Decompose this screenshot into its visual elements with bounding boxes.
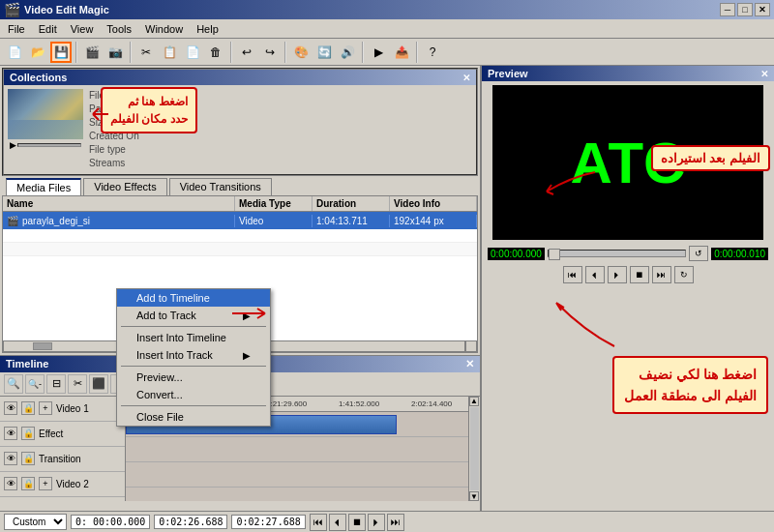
ctx-add-to-timeline[interactable]: Add to Timeline [117,289,270,307]
capture-button[interactable]: 📷 [104,42,126,63]
menu-window[interactable]: Window [139,21,189,37]
plus-icon-v2[interactable]: + [39,477,52,490]
ctx-close-file[interactable]: Close File [117,408,270,426]
stop-button[interactable]: ⏹ [348,514,366,531]
preview-stop[interactable]: ⏹ [630,266,649,283]
lock-icon-effect[interactable]: 🔒 [21,427,35,440]
menu-file[interactable]: File [2,21,31,37]
file-name-cell: 🎬 parayla_degi_si [3,215,235,227]
new-button[interactable]: 📄 [4,42,25,63]
trim-button[interactable]: ⬛ [89,374,108,394]
preview-time-start: 0:00:00.000 [488,248,545,260]
h-scrollbar-thumb[interactable] [33,342,52,350]
zoom-in-button[interactable]: 🔍 [4,374,23,394]
plus-icon-v1[interactable]: + [39,401,52,415]
tab-video-transitions[interactable]: Video Transitions [169,178,272,195]
eye-icon-effect[interactable]: 👁 [4,427,17,440]
table-row[interactable]: 🎬 parayla_degi_si Video 1:04:13.711 192x… [3,212,477,229]
tab-bar: Media Files Video Effects Video Transiti… [2,176,478,195]
track-name-transition: Transition [39,454,81,464]
time-position-3[interactable]: 0:02:27.688 [231,515,305,529]
toolbar-separator-5 [362,42,364,63]
menu-edit[interactable]: Edit [33,21,63,37]
empty-row-2 [3,243,477,256]
ctx-preview[interactable]: Preview... [117,369,270,386]
preview-close[interactable]: ✕ [760,69,768,79]
ctx-separator-2 [121,366,266,367]
eye-icon-v1[interactable]: 👁 [4,401,17,415]
ruler-mark-4: 1:41:52.000 [339,399,379,408]
delete-button[interactable]: 🗑 [205,42,226,63]
add-media-button[interactable]: 🎬 [81,42,103,63]
track-label-video2: 👁 🔒 + Video 2 [0,472,125,497]
preview-play[interactable]: ⏵ [608,266,627,283]
collections-close[interactable]: ✕ [462,73,470,83]
paste-button[interactable]: 📄 [182,42,203,63]
prev-button[interactable]: ⏴ [329,514,346,531]
cut-button[interactable]: ✂ [135,42,157,63]
time-position-2[interactable]: 0:02:26.688 [154,515,227,529]
filter-button[interactable]: ⊟ [46,374,66,394]
eye-icon-v2[interactable]: 👁 [4,477,17,490]
col-header-duration: Duration [313,196,390,211]
lock-icon-v2[interactable]: 🔒 [21,477,35,490]
track-labels: 👁 🔒 + Video 1 👁 🔒 Effect [0,397,126,502]
minimize-button[interactable]: ─ [720,3,735,16]
menu-tools[interactable]: Tools [101,21,137,37]
track-label-video1: 👁 🔒 + Video 1 [0,397,125,422]
timeline-close[interactable]: ✕ [465,358,474,370]
preview-prev-frame[interactable]: ⏴ [585,266,605,283]
time-position-1[interactable]: 0: 00:00.000 [71,515,150,529]
lock-icon-v1[interactable]: 🔒 [21,401,35,415]
lock-icon-trans[interactable]: 🔒 [21,452,35,465]
menu-view[interactable]: View [65,21,100,37]
file-list-header: Name Media Type Duration Video Info [3,196,477,212]
arrow-film [542,167,600,196]
toolbar-separator-6 [416,42,418,63]
eye-icon-trans[interactable]: 👁 [4,452,17,465]
transition-button[interactable]: 🔄 [313,42,335,63]
toolbar-separator-2 [130,42,132,63]
preview-refresh-button[interactable]: ↺ [689,246,708,261]
ctx-convert[interactable]: Convert... [117,386,270,403]
play-button[interactable]: ⏵ [368,514,385,531]
ctx-insert-into-track[interactable]: Insert Into Track ▶ [117,346,270,364]
tab-video-effects[interactable]: Video Effects [83,178,166,195]
go-start-button[interactable]: ⏮ [310,514,327,531]
audio-button[interactable]: 🔊 [337,42,358,63]
effect-button[interactable]: 🎨 [290,42,312,63]
scroll-down-button[interactable]: ▼ [469,491,479,501]
mode-selector[interactable]: Custom [4,514,67,530]
help-button[interactable]: ? [422,42,443,63]
go-end-button[interactable]: ⏭ [387,514,404,531]
export-button[interactable]: 📤 [391,42,412,63]
maximize-button[interactable]: □ [737,3,753,16]
preview-loop[interactable]: ↻ [674,266,694,283]
v-scrollbar[interactable]: ▲ ▼ [468,397,480,502]
save-button[interactable]: 💾 [50,42,72,63]
preview-slider[interactable] [548,250,686,257]
menu-help[interactable]: Help [191,21,224,37]
close-button[interactable]: ✕ [755,3,770,16]
file-type-cell: Video [235,215,313,227]
undo-button[interactable]: ↩ [236,42,257,63]
title-bar: 🎬 Video Edit Magic ─ □ ✕ [0,0,774,19]
tab-media-files[interactable]: Media Files [6,178,81,195]
open-button[interactable]: 📂 [27,42,48,63]
toolbar-separator-1 [75,42,77,63]
filetype-label: File type [89,144,126,155]
preview-slider-thumb[interactable] [549,249,560,260]
zoom-out-button[interactable]: 🔍- [25,374,45,394]
scroll-up-button[interactable]: ▲ [469,397,479,406]
preview-go-start[interactable]: ⏮ [563,266,582,283]
ctx-insert-into-timeline[interactable]: Insert Into Timeline [117,329,270,346]
copy-button[interactable]: 📋 [159,42,180,63]
render-button[interactable]: ▶ [368,42,389,63]
callout-bottom: اضغط هنا لكي نضيفالفيلم الى منطقة العمل [612,356,768,414]
toolbar-separator-3 [230,42,232,63]
split-button[interactable]: ✂ [68,374,87,394]
toolbar: 📄 📂 💾 🎬 📷 ✂ 📋 📄 🗑 ↩ ↪ 🎨 🔄 🔊 ▶ 📤 ? [0,39,774,66]
redo-button[interactable]: ↪ [259,42,281,63]
file-name: parayla_degi_si [22,216,90,226]
preview-next-frame[interactable]: ⏭ [652,266,671,283]
